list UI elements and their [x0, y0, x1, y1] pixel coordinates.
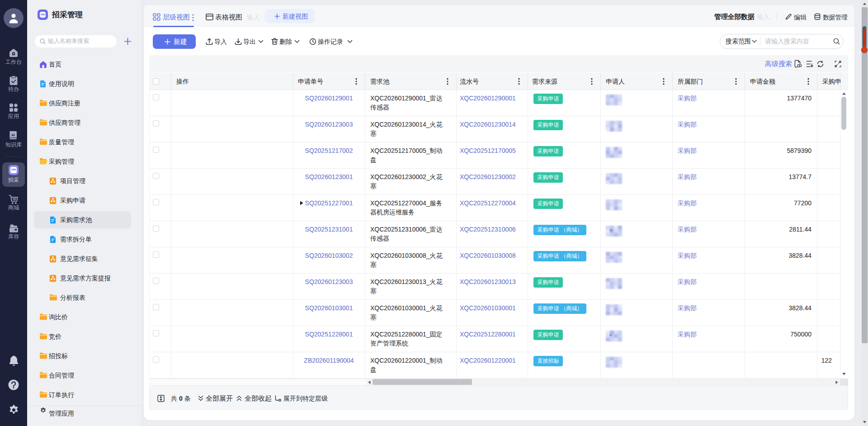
svg-text:AI: AI: [11, 133, 15, 137]
